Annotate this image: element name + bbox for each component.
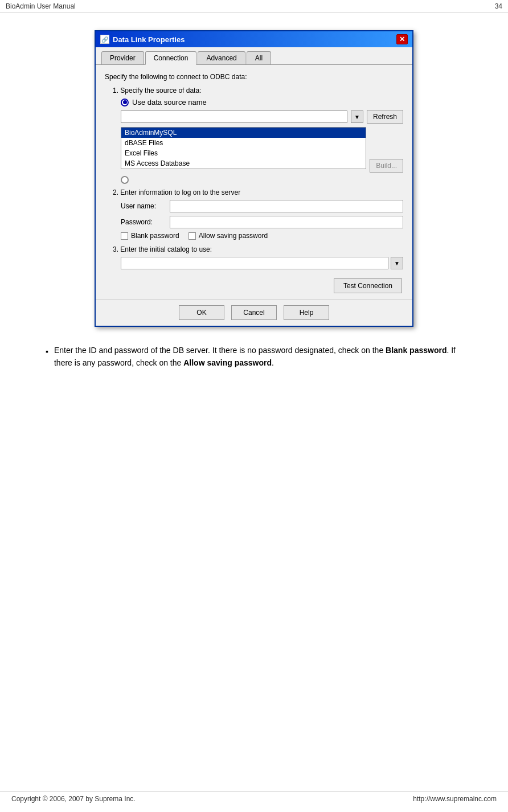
datasource-list-container: BioAdminMySQL dBASE Files Excel Files MS… <box>121 127 403 173</box>
password-row: Password: <box>121 216 403 228</box>
username-label: User name: <box>121 202 166 210</box>
refresh-button[interactable]: Refresh <box>367 110 403 124</box>
step1-title: 1. Specify the source of data: <box>113 87 403 95</box>
radio-other-row[interactable] <box>121 176 403 184</box>
blank-password-checkbox-item[interactable]: Blank password <box>121 232 179 240</box>
checkbox-row: Blank password Allow saving password <box>121 232 403 240</box>
titlebar-left: 🔗 Data Link Properties <box>100 35 185 44</box>
tab-provider[interactable]: Provider <box>101 51 144 64</box>
page-content: 🔗 Data Link Properties ✕ Provider Connec… <box>0 13 508 384</box>
bold-allow-saving: Allow saving password <box>183 358 272 367</box>
dialog-wrapper: 🔗 Data Link Properties ✕ Provider Connec… <box>34 30 474 327</box>
radio-datasource-label: Use data source name <box>132 98 207 106</box>
step1-section: 1. Specify the source of data: Use data … <box>113 87 403 184</box>
blank-password-checkbox[interactable] <box>121 232 128 240</box>
catalog-dropdown-btn[interactable]: ▼ <box>391 257 403 269</box>
help-button[interactable]: Help <box>284 305 329 320</box>
allow-saving-checkbox[interactable] <box>189 232 196 240</box>
datasource-item-excel[interactable]: Excel Files <box>121 148 366 158</box>
tab-connection[interactable]: Connection <box>145 51 197 65</box>
blank-password-label: Blank password <box>131 232 179 240</box>
datasource-item-access[interactable]: MS Access Database <box>121 158 366 169</box>
footer-url: http://www.supremainc.com <box>413 795 497 803</box>
username-input[interactable] <box>170 200 403 212</box>
page-number: 34 <box>495 2 502 10</box>
datasource-dropdown-btn[interactable]: ▼ <box>351 110 363 123</box>
step3-title: 3. Enter the initial catalog to use: <box>113 245 403 253</box>
ok-button[interactable]: OK <box>179 305 224 320</box>
step2-title: 2. Enter information to log on to the se… <box>113 188 403 196</box>
username-row: User name: <box>121 200 403 212</box>
allow-saving-checkbox-item[interactable]: Allow saving password <box>189 232 268 240</box>
datasource-input[interactable] <box>121 110 347 123</box>
datasource-input-row: ▼ Refresh <box>121 110 403 124</box>
copyright-text: Copyright © 2006, 2007 by Suprema Inc. <box>11 795 136 803</box>
allow-saving-label: Allow saving password <box>199 232 268 240</box>
bullet-symbol: ▪ <box>46 345 48 370</box>
bold-blank-password: Blank password <box>386 346 446 355</box>
dialog-close-button[interactable]: ✕ <box>396 34 408 44</box>
data-link-properties-dialog: 🔗 Data Link Properties ✕ Provider Connec… <box>95 30 413 327</box>
page-header: BioAdmin User Manual 34 <box>0 0 508 13</box>
password-input[interactable] <box>170 216 403 228</box>
dialog-app-icon: 🔗 <box>100 35 109 44</box>
dialog-body: Provider Connection Advanced All Specify… <box>96 47 412 299</box>
tabs-bar: Provider Connection Advanced All <box>96 47 412 65</box>
radio-datasource-row[interactable]: Use data source name <box>121 98 403 106</box>
dialog-titlebar: 🔗 Data Link Properties ✕ <box>96 31 412 47</box>
build-button[interactable]: Build... <box>370 159 403 173</box>
radio-datasource[interactable] <box>121 99 129 106</box>
tab-advanced[interactable]: Advanced <box>198 51 245 64</box>
test-connection-area: Test Connection <box>105 278 403 293</box>
step2-section: 2. Enter information to log on to the se… <box>113 188 403 240</box>
datasource-list: BioAdminMySQL dBASE Files Excel Files MS… <box>121 127 366 169</box>
tab-all[interactable]: All <box>247 51 271 64</box>
bullet-text: Enter the ID and password of the DB serv… <box>54 344 474 370</box>
radio-other[interactable] <box>121 176 129 184</box>
datasource-item-bioadmin[interactable]: BioAdminMySQL <box>121 128 366 138</box>
cancel-button[interactable]: Cancel <box>231 305 277 320</box>
datasource-item-dbase[interactable]: dBASE Files <box>121 138 366 148</box>
intro-text: Specify the following to connect to ODBC… <box>105 73 403 81</box>
password-label: Password: <box>121 218 166 226</box>
catalog-input[interactable] <box>121 257 388 269</box>
dialog-title: Data Link Properties <box>113 35 185 44</box>
step3-section: 3. Enter the initial catalog to use: ▼ <box>113 245 403 269</box>
dialog-footer: OK Cancel Help <box>96 299 412 326</box>
bullet-item-1: ▪ Enter the ID and password of the DB se… <box>46 344 474 370</box>
manual-title: BioAdmin User Manual <box>6 2 76 10</box>
page-footer: Copyright © 2006, 2007 by Suprema Inc. h… <box>0 791 508 806</box>
tab-content-connection: Specify the following to connect to ODBC… <box>96 65 412 299</box>
test-connection-button[interactable]: Test Connection <box>334 278 402 293</box>
bullet-section: ▪ Enter the ID and password of the DB se… <box>34 344 474 370</box>
catalog-input-row: ▼ <box>121 257 403 269</box>
